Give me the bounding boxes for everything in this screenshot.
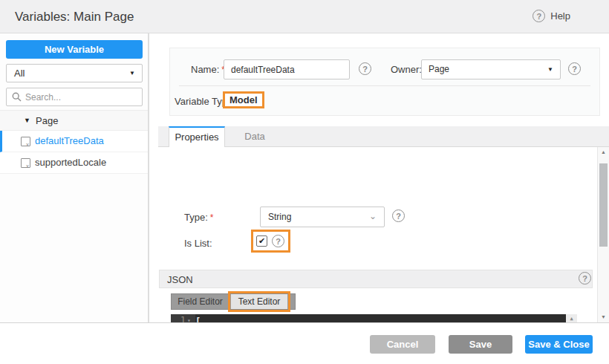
form-divider: [179, 85, 590, 86]
variable-search[interactable]: [6, 88, 143, 106]
help-icon[interactable]: ?: [533, 10, 545, 22]
type-help-icon[interactable]: ?: [392, 209, 405, 222]
owner-selected-value: Page: [429, 64, 449, 74]
check-icon: ✔: [258, 236, 265, 246]
new-variable-button[interactable]: New Variable: [6, 40, 143, 59]
variables-sidebar: New Variable All ▼ ▼ Page x defaultTreeD…: [0, 33, 149, 322]
type-selected-value: String: [268, 212, 291, 222]
tree-item-supportedlocale[interactable]: x supportedLocale: [0, 152, 148, 174]
filter-selected-value: All: [14, 68, 25, 79]
field-editor-button[interactable]: Field Editor: [172, 294, 229, 309]
dialog-footer: Cancel Save Save & Close: [0, 322, 609, 364]
json-section-header: JSON: [159, 270, 593, 288]
tree-group-page[interactable]: ▼ Page: [0, 110, 148, 131]
is-list-highlight-box: ✔ ?: [251, 230, 290, 253]
text-editor-button[interactable]: Text Editor: [231, 294, 287, 309]
tree-item-label: supportedLocale: [35, 152, 106, 173]
tree-item-defaulttreedata[interactable]: x defaultTreeData: [0, 131, 148, 152]
caret-down-icon: ▼: [547, 60, 553, 79]
tree-collapse-icon[interactable]: ▼: [24, 111, 30, 131]
name-label: Name:*: [191, 64, 225, 75]
owner-select[interactable]: Page ▼: [421, 59, 561, 79]
search-input[interactable]: [25, 92, 129, 103]
variable-filter-select[interactable]: All ▼: [6, 64, 143, 82]
model-variable-icon: x: [21, 137, 30, 146]
json-section-title: JSON: [167, 274, 193, 285]
cancel-button[interactable]: Cancel: [370, 335, 435, 354]
page-title: Variables: Main Page: [15, 10, 134, 25]
editor-mode-toggle: Field Editor Text Editor: [171, 293, 296, 310]
caret-down-icon: ▼: [129, 65, 135, 82]
is-list-label: Is List:: [184, 238, 212, 249]
type-label: Type:*: [184, 212, 213, 223]
help-link[interactable]: ? Help: [533, 10, 570, 22]
owner-help-icon[interactable]: ?: [568, 62, 581, 75]
tab-data[interactable]: Data: [232, 126, 277, 147]
properties-tab-content: Type:* String ⌄ ? Is List: ✔ ? JSON ? Fi…: [158, 147, 609, 322]
scroll-up-icon[interactable]: ▲: [598, 149, 609, 155]
tree-group-label: Page: [36, 111, 58, 131]
required-asterisk: *: [210, 212, 214, 223]
variable-form-panel: Name:* ? Owner:* Page ▼ ? Variable Type:…: [169, 48, 600, 116]
dialog-header: Variables: Main Page ? Help: [0, 0, 609, 33]
tab-properties[interactable]: Properties: [169, 126, 225, 147]
is-list-checkbox[interactable]: ✔: [256, 235, 267, 247]
name-input[interactable]: [224, 59, 350, 79]
model-variable-icon: x: [21, 158, 30, 168]
detail-tab-bar: Properties Data: [158, 126, 609, 147]
search-icon: [12, 92, 22, 102]
variable-detail-panel: Name:* ? Owner:* Page ▼ ? Variable Type:…: [158, 33, 609, 322]
type-select[interactable]: String ⌄: [260, 207, 385, 227]
properties-scrollbar-thumb[interactable]: [599, 163, 608, 247]
json-help-icon[interactable]: ?: [579, 272, 591, 285]
variables-dialog: Variables: Main Page ? Help New Variable…: [0, 0, 609, 364]
save-and-close-button[interactable]: Save & Close: [525, 335, 593, 354]
chevron-down-icon: ⌄: [369, 207, 377, 225]
is-list-help-icon[interactable]: ?: [272, 235, 284, 247]
save-button[interactable]: Save: [449, 335, 512, 354]
scroll-up-icon[interactable]: ▲: [566, 316, 577, 322]
variable-type-value-highlighted: Model: [223, 91, 264, 108]
scroll-down-icon[interactable]: ▼: [598, 314, 609, 319]
properties-scrollbar[interactable]: ▲ ▼: [597, 147, 609, 322]
help-label[interactable]: Help: [550, 10, 570, 22]
name-help-icon[interactable]: ?: [359, 62, 371, 75]
variable-tree: ▼ Page x defaultTreeData x supportedLoca…: [0, 110, 148, 174]
tree-item-label: defaultTreeData: [35, 131, 104, 152]
